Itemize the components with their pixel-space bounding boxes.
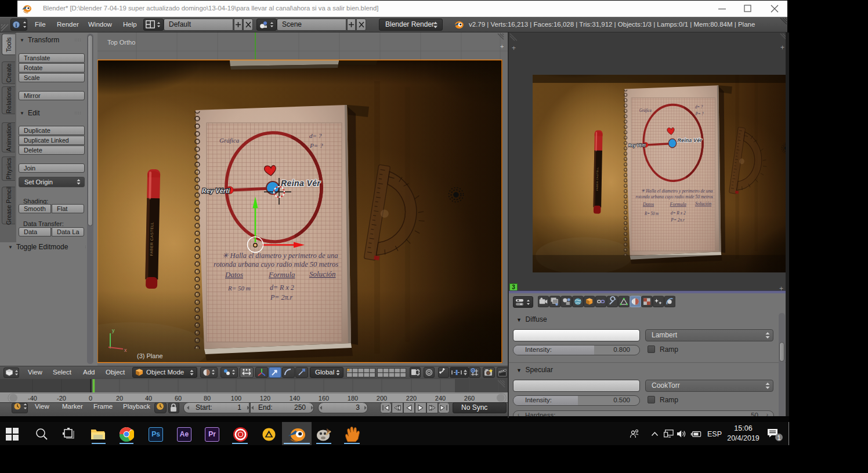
svg-text:100: 100 bbox=[231, 395, 241, 402]
svg-text:x: x bbox=[124, 347, 127, 353]
svg-text:-40: -40 bbox=[28, 395, 37, 402]
svg-text:240: 240 bbox=[435, 395, 446, 402]
svg-text:120: 120 bbox=[260, 395, 270, 402]
svg-text:(3) Plane: (3) Plane bbox=[137, 352, 163, 359]
svg-text:60: 60 bbox=[175, 395, 182, 402]
svg-text:0: 0 bbox=[89, 395, 92, 402]
svg-text:+: + bbox=[500, 43, 504, 50]
svg-text:220: 220 bbox=[406, 395, 417, 402]
svg-text:140: 140 bbox=[290, 395, 300, 402]
svg-text:1: 1 bbox=[777, 434, 780, 441]
svg-text:-20: -20 bbox=[57, 395, 66, 402]
svg-text:40: 40 bbox=[145, 395, 152, 402]
svg-text:20: 20 bbox=[116, 395, 123, 402]
svg-text:80: 80 bbox=[204, 395, 211, 402]
svg-text:Top Ortho: Top Ortho bbox=[107, 39, 135, 46]
svg-text:y: y bbox=[112, 328, 115, 333]
svg-text:200: 200 bbox=[377, 395, 387, 402]
svg-text:+: + bbox=[512, 44, 516, 52]
svg-text:i: i bbox=[16, 22, 17, 28]
svg-text:160: 160 bbox=[319, 395, 329, 402]
svg-text:+: + bbox=[780, 43, 784, 52]
svg-text:260: 260 bbox=[464, 395, 475, 402]
svg-text:180: 180 bbox=[348, 395, 358, 402]
